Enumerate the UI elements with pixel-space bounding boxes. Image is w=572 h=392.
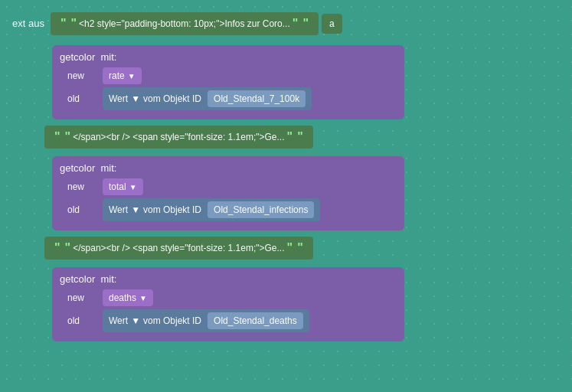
getcolor-block-2: getcolor mit: new total ▼ old Wert ▼ vom…: [52, 153, 566, 234]
top-header: ext aus " " <h2 style="padding-bottom: 1…: [6, 6, 566, 41]
getcolor-inner-2: getcolor mit: new total ▼ old Wert ▼ vom…: [52, 156, 404, 230]
old-row-1: old Wert ▼ vom Objekt ID Old_Stendal_7_1…: [60, 87, 397, 110]
wert-arrow-3: ▼: [131, 315, 140, 326]
canvas: ext aus " " <h2 style="padding-bottom: 1…: [0, 0, 572, 392]
dropdown-arrow-3: ▼: [139, 294, 147, 302]
id-block-2: Old_Stendal_infections: [208, 201, 314, 218]
old-label-1: old: [67, 93, 98, 104]
vom-text-1: vom Objekt ID: [143, 93, 201, 104]
getcolor-inner-1: getcolor mit: new rate ▼ old Wert ▼ vom …: [52, 45, 404, 119]
total-dropdown-2[interactable]: total ▼: [103, 178, 143, 195]
s1-quote-open2: ": [65, 130, 71, 144]
s1-string-text: </span><br /> <span style="font-size: 1.…: [73, 132, 284, 142]
dropdown-arrow-2: ▼: [129, 183, 137, 191]
old-row-2: old Wert ▼ vom Objekt ID Old_Stendal_inf…: [60, 198, 397, 221]
wert-arrow-1: ▼: [131, 93, 140, 104]
getcolor-block-3: getcolor mit: new deaths ▼ old Wert ▼ vo…: [52, 264, 566, 345]
getcolor-header-2: getcolor mit:: [60, 162, 397, 174]
header-string-text: <h2 style="padding-bottom: 10px;">Infos …: [79, 18, 290, 29]
vom-text-3: vom Objekt ID: [143, 315, 201, 326]
s2-quote-close2: ": [297, 241, 303, 255]
wert-text-2: Wert: [109, 204, 128, 215]
quote-open2-icon: ": [71, 17, 77, 31]
wert-block-1[interactable]: Wert ▼ vom Objekt ID Old_Stendal_7_100k: [103, 87, 312, 110]
dropdown-arrow-1: ▼: [128, 72, 136, 80]
new-label-3: new: [67, 292, 98, 303]
wert-text-1: Wert: [109, 93, 128, 104]
content-area: ext aus " " <h2 style="padding-bottom: 1…: [0, 0, 572, 392]
deaths-label-3: deaths: [109, 292, 136, 303]
new-row-2: new total ▼: [60, 178, 397, 195]
s1-quote-close: ": [287, 130, 293, 144]
quote-open-icon: ": [60, 17, 67, 31]
quote-close-icon: ": [293, 17, 299, 31]
old-label-3: old: [67, 315, 98, 326]
wert-arrow-2: ▼: [131, 204, 140, 215]
old-label-2: old: [67, 204, 98, 215]
getcolor-inner-3: getcolor mit: new deaths ▼ old Wert ▼ vo…: [52, 267, 404, 341]
id-block-1: Old_Stendal_7_100k: [208, 90, 306, 107]
vom-text-2: vom Objekt ID: [143, 204, 201, 215]
deaths-dropdown-3[interactable]: deaths ▼: [103, 289, 153, 306]
string-container-1: " " </span><br /> <span style="font-size…: [44, 126, 566, 149]
getcolor-header-3: getcolor mit:: [60, 273, 397, 285]
id-block-3: Old_Stendal_deaths: [208, 312, 303, 329]
wert-block-2[interactable]: Wert ▼ vom Objekt ID Old_Stendal_infecti…: [103, 198, 320, 221]
s2-quote-close: ": [287, 241, 293, 255]
ext-label: ext aus: [12, 18, 44, 29]
s2-quote-open: ": [54, 241, 60, 255]
wert-text-3: Wert: [109, 315, 128, 326]
getcolor-header-1: getcolor mit:: [60, 51, 397, 63]
s2-quote-open2: ": [65, 241, 71, 255]
rate-label-1: rate: [109, 70, 125, 81]
rate-dropdown-1[interactable]: rate ▼: [103, 67, 142, 84]
new-label-1: new: [67, 70, 98, 81]
string-block-1[interactable]: " " </span><br /> <span style="font-size…: [44, 126, 313, 149]
s1-quote-open: ": [54, 130, 60, 144]
s1-quote-close2: ": [297, 130, 303, 144]
new-label-2: new: [67, 181, 98, 192]
total-label-2: total: [109, 181, 126, 192]
string-container-2: " " </span><br /> <span style="font-size…: [44, 237, 566, 260]
getcolor-block-1: getcolor mit: new rate ▼ old Wert ▼ vom …: [52, 42, 566, 122]
append-button[interactable]: a: [322, 14, 342, 34]
new-row-3: new deaths ▼: [60, 289, 397, 306]
s2-string-text: </span><br /> <span style="font-size: 1.…: [73, 243, 284, 253]
wert-block-3[interactable]: Wert ▼ vom Objekt ID Old_Stendal_deaths: [103, 309, 309, 332]
header-string-block[interactable]: " " <h2 style="padding-bottom: 10px;">In…: [51, 12, 319, 35]
old-row-3: old Wert ▼ vom Objekt ID Old_Stendal_dea…: [60, 309, 397, 332]
quote-close2-icon: ": [302, 17, 309, 31]
string-block-2[interactable]: " " </span><br /> <span style="font-size…: [44, 237, 313, 260]
new-row-1: new rate ▼: [60, 67, 397, 84]
